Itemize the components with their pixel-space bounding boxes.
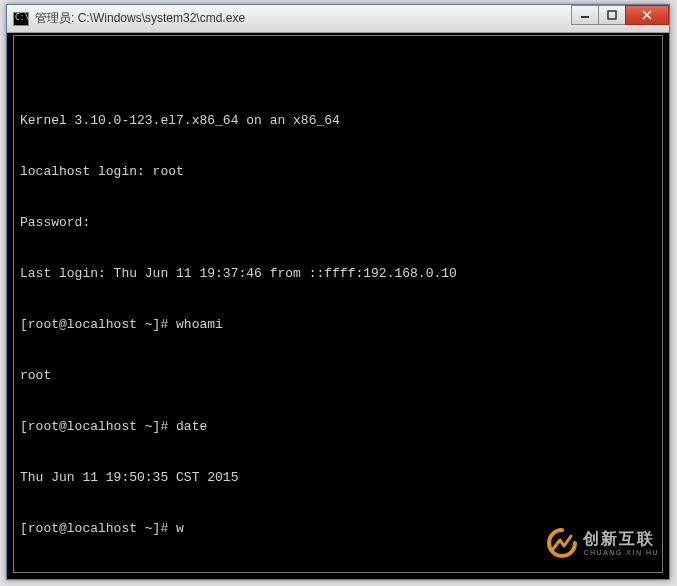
terminal-line: 19:50:36 up 16 min, 2 users, load averag… — [20, 571, 656, 573]
terminal-line: [root@localhost ~]# date — [20, 418, 656, 435]
maximize-icon — [607, 10, 617, 20]
terminal-line: root — [20, 367, 656, 384]
command-prompt-window: 管理员: C:\Windows\system32\cmd.exe Kernel … — [6, 4, 670, 580]
terminal-line: [root@localhost ~]# w — [20, 520, 656, 537]
cmd-icon — [13, 12, 29, 26]
terminal-line: Password: — [20, 214, 656, 231]
minimize-icon — [580, 10, 590, 20]
svg-rect-0 — [581, 16, 589, 18]
terminal-line: [root@localhost ~]# whoami — [20, 316, 656, 333]
svg-rect-1 — [608, 11, 616, 19]
minimize-button[interactable] — [571, 5, 599, 25]
close-button[interactable] — [625, 5, 669, 25]
titlebar[interactable]: 管理员: C:\Windows\system32\cmd.exe — [7, 5, 669, 33]
window-controls — [572, 5, 669, 25]
close-icon — [641, 10, 653, 20]
terminal-line: Kernel 3.10.0-123.el7.x86_64 on an x86_6… — [20, 112, 656, 129]
maximize-button[interactable] — [598, 5, 626, 25]
terminal-line: localhost login: root — [20, 163, 656, 180]
terminal-line: Thu Jun 11 19:50:35 CST 2015 — [20, 469, 656, 486]
terminal-line: Last login: Thu Jun 11 19:37:46 from ::f… — [20, 265, 656, 282]
terminal-output[interactable]: Kernel 3.10.0-123.el7.x86_64 on an x86_6… — [13, 35, 663, 573]
